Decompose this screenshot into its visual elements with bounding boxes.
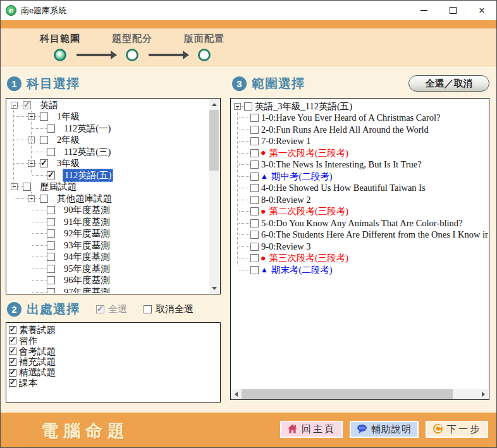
tree-label[interactable]: 2-0:Fun Runs Are Held All Around the Wor… (261, 124, 429, 135)
tree-checkbox[interactable] (250, 149, 259, 157)
tree-label[interactable]: 歷屆試題 (40, 181, 77, 193)
tree-checkbox[interactable] (23, 183, 31, 191)
range-tree-row[interactable]: 3-0:The News Is Interesting, But Is It T… (231, 159, 488, 171)
tree-checkbox[interactable] (250, 231, 259, 239)
range-tree-row[interactable]: 2-0:Fun Runs Are Held All Around the Wor… (231, 124, 488, 136)
tree-label[interactable]: 94年度基測 (64, 251, 110, 263)
item-checkbox[interactable] (9, 358, 16, 366)
tree-label[interactable]: 1-0:Have You Ever Heard of A Christmas C… (261, 112, 441, 123)
range-tree-row[interactable]: 4-0:He Showed Us How Beautiful Taiwan Is (231, 183, 488, 195)
tree-checkbox[interactable] (47, 148, 55, 156)
source-list-item[interactable]: 素養試題 (9, 325, 219, 336)
step-layout-config[interactable]: 版面配置 (184, 33, 224, 61)
tree-label[interactable]: 第一次段考(三段考) (269, 147, 348, 159)
tree-checkbox[interactable] (250, 196, 259, 204)
tree-checkbox[interactable] (250, 266, 259, 274)
subject-tree-row[interactable]: 112英語(五) (7, 169, 209, 181)
tree-checkbox[interactable] (40, 195, 48, 203)
tree-label[interactable]: 9-0:Review 3 (261, 241, 311, 252)
tree-label[interactable]: 8-0:Review 2 (261, 195, 311, 205)
item-checkbox[interactable] (9, 379, 16, 387)
subject-tree-row[interactable]: 112英語(一) (7, 123, 209, 135)
deselect-all-checkbox[interactable]: 取消全選 (144, 303, 193, 315)
tree-label[interactable]: 90年度基測 (64, 204, 110, 216)
tree-label[interactable]: 第三次段考(三段考) (269, 252, 348, 264)
scroll-up-icon[interactable] (209, 99, 219, 109)
tree-checkbox[interactable] (47, 241, 55, 250)
scroll-right-icon[interactable] (479, 389, 488, 399)
tree-expander-icon[interactable] (11, 183, 18, 190)
tree-label[interactable]: 96年度基測 (64, 274, 110, 286)
range-tree-row[interactable]: 9-0:Review 3 (231, 241, 488, 253)
tree-checkbox[interactable] (250, 114, 259, 122)
range-tree-row[interactable]: ●第一次段考(三段考) (231, 147, 488, 159)
tree-checkbox[interactable] (47, 124, 55, 133)
tree-label[interactable]: 3年級 (57, 157, 80, 169)
tree-checkbox[interactable] (40, 159, 48, 167)
tree-label[interactable]: 第二次段考(三段考) (269, 205, 348, 217)
range-tree-row[interactable]: 5-0:Do You Know Any Animals That Are Col… (231, 217, 488, 229)
subject-tree-row[interactable]: 112英語(三) (7, 146, 209, 158)
tree-checkbox[interactable] (250, 207, 259, 215)
tree-label[interactable]: 5-0:Do You Know Any Animals That Are Col… (261, 218, 462, 229)
tree-label[interactable]: 91年度基測 (64, 216, 110, 228)
tree-checkbox[interactable] (250, 243, 259, 251)
tree-checkbox[interactable] (47, 171, 55, 179)
horizontal-scrollbar[interactable] (231, 389, 488, 399)
subject-tree-row[interactable]: 96年度基測 (7, 275, 209, 287)
subject-tree-row[interactable]: 92年度基測 (7, 228, 209, 240)
tree-checkbox[interactable] (40, 136, 48, 144)
tree-label[interactable]: 英語 (40, 99, 58, 111)
item-checkbox[interactable] (9, 326, 16, 334)
subject-tree-row[interactable]: 90年度基測 (7, 205, 209, 217)
scrollbar-thumb[interactable] (209, 110, 219, 171)
tree-label[interactable]: 1年級 (57, 111, 80, 123)
item-checkbox[interactable] (9, 337, 16, 344)
tree-label[interactable]: 93年度基測 (64, 239, 110, 251)
help-button[interactable]: 輔助說明 (350, 421, 419, 438)
tree-label[interactable]: 其他題庫試題 (57, 193, 112, 205)
source-list-item[interactable]: 會考試題 (9, 346, 219, 357)
tree-checkbox[interactable] (47, 288, 55, 293)
home-button[interactable]: 回主頁 (280, 421, 343, 438)
range-tree-row[interactable]: ▲期中考(二段考) (231, 171, 488, 183)
tree-label[interactable]: 4-0:He Showed Us How Beautiful Taiwan Is (261, 183, 426, 193)
tree-checkbox[interactable] (47, 276, 55, 284)
tree-label[interactable]: 92年度基測 (64, 227, 110, 239)
tree-checkbox[interactable] (250, 184, 259, 192)
tree-label[interactable]: 112英語(一) (64, 123, 111, 135)
tree-expander-icon[interactable] (11, 102, 18, 109)
range-tree-root-row[interactable]: 英語_3年級_112英語(五) (231, 100, 488, 112)
subject-tree-row[interactable]: 歷屆試題 (7, 181, 209, 193)
tree-checkbox[interactable] (47, 206, 55, 214)
tree-checkbox[interactable] (40, 112, 48, 121)
subject-tree-row[interactable]: 95年度基測 (7, 263, 209, 275)
vertical-scrollbar[interactable] (209, 99, 219, 293)
tree-label[interactable]: 英語_3年級_112英語(五) (255, 100, 352, 112)
tree-label[interactable]: 95年度基測 (64, 263, 110, 275)
minimize-button[interactable] (409, 1, 438, 20)
select-all-checkbox[interactable]: 全選 (96, 303, 127, 315)
range-tree-row[interactable]: ●第三次段考(三段考) (231, 253, 488, 265)
subject-tree-row[interactable]: 93年度基測 (7, 239, 209, 251)
item-checkbox[interactable] (9, 348, 16, 355)
scroll-left-icon[interactable] (231, 389, 241, 399)
source-list-item[interactable]: 習作 (9, 336, 219, 346)
tree-checkbox[interactable] (250, 173, 259, 181)
tree-checkbox[interactable] (47, 253, 55, 261)
range-tree-row[interactable]: 8-0:Review 2 (231, 194, 488, 206)
tree-label[interactable]: 97年度基測 (64, 286, 110, 293)
next-step-button[interactable]: 下一步 (426, 421, 488, 438)
tree-label[interactable]: 期末考(二段考) (271, 264, 333, 276)
tree-label[interactable]: 2年級 (57, 134, 80, 146)
close-button[interactable]: × (467, 1, 496, 20)
tree-checkbox[interactable] (250, 254, 259, 262)
range-tree-row[interactable]: 7-0:Review 1 (231, 136, 488, 148)
tree-checkbox[interactable] (47, 265, 55, 273)
subject-tree-row[interactable]: 其他題庫試題 (7, 193, 209, 205)
tree-label[interactable]: 6-0:The Students Here Are Different from… (261, 229, 488, 240)
source-list-item[interactable]: 課本 (9, 378, 219, 389)
step-subject-range[interactable]: 科目範圍 (40, 33, 80, 61)
tree-checkbox[interactable] (250, 137, 259, 145)
range-tree-row[interactable]: ●第二次段考(三段考) (231, 206, 488, 218)
